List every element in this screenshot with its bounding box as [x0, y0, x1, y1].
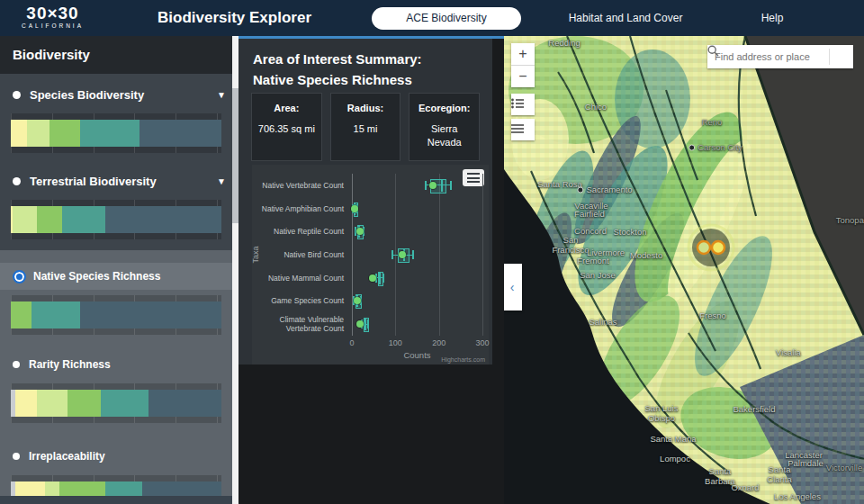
mean-dot	[399, 251, 406, 258]
next-section-edge	[0, 496, 232, 504]
zoom-in-button[interactable]: +	[511, 43, 535, 66]
logo-california: CALIFORNIA	[22, 23, 84, 30]
category-label: Native Amphibian Count	[252, 203, 344, 212]
median-line	[364, 318, 366, 330]
legend-segment-green	[37, 206, 61, 233]
chevron-left-icon: ‹	[510, 280, 515, 294]
sidebar-item-label: Terrestrial Biodiversity	[30, 175, 157, 188]
species-biodiversity-legend	[11, 113, 221, 153]
sidebar-item-species-biodiversity[interactable]: Species Biodiversity ▼	[0, 81, 238, 108]
x-tick-label: 0	[338, 338, 365, 347]
map-raster	[504, 36, 864, 504]
legend-bar	[11, 120, 221, 147]
legend-segment-lightgreen	[13, 206, 37, 233]
mean-dot	[369, 274, 376, 282]
legend-segment-slate	[140, 120, 221, 147]
legend-segment-slate	[148, 390, 220, 417]
sidebar-item-terrestrial-biodiversity[interactable]: Terrestrial Biodiversity ▼	[0, 167, 238, 194]
tab-help[interactable]: Help	[745, 0, 799, 36]
sidebar-item-rarity-richness[interactable]: Rarity Richness	[0, 351, 238, 378]
search-input[interactable]	[707, 51, 829, 62]
category-label: Climate Vulnerable Vertebrate Count	[252, 315, 344, 333]
minus-icon: −	[518, 68, 526, 84]
category-label: Native Mammal Count	[252, 274, 344, 283]
category-label: Native Bird Count	[252, 250, 344, 259]
radius-value: 15 mi	[335, 122, 397, 136]
legend-segment-green	[68, 390, 101, 417]
panel-collapse-handle[interactable]: ‹	[504, 264, 522, 310]
x-tick-label: 100	[382, 338, 409, 347]
native-species-richness-legend	[11, 295, 221, 335]
legend-segment-yellow	[15, 390, 36, 417]
legend-segment-teal	[32, 302, 80, 328]
chevron-down-icon[interactable]: ▼	[217, 90, 226, 100]
legend-bar	[11, 206, 221, 233]
layers-menu-icon	[511, 123, 524, 134]
chart-context-menu-button[interactable]	[463, 169, 484, 186]
radio-selected-icon[interactable]	[13, 270, 26, 284]
x-axis-line	[352, 174, 353, 336]
map-canvas[interactable]: ReddingChicoSanta RosaSacramentoVacavill…	[504, 36, 864, 504]
rarity-richness-legend	[11, 383, 221, 423]
chevron-down-icon[interactable]: ▼	[217, 176, 226, 186]
ecoregion-label: Ecoregion:	[413, 103, 475, 113]
tab-habitat-land-cover[interactable]: Habitat and Land Cover	[540, 0, 711, 36]
radius-card: Radius: 15 mi	[330, 93, 401, 161]
sidebar-item-label: Irreplaceability	[29, 450, 105, 463]
legend-segment-teal	[101, 390, 149, 417]
layers-button[interactable]	[511, 119, 535, 140]
radio-unselected-icon[interactable]	[13, 453, 20, 460]
median-line	[379, 272, 381, 284]
logo-30x30: 30×30	[22, 4, 84, 22]
legend-button[interactable]	[511, 94, 535, 115]
species-counts-boxplot-chart: Taxa Highcharts.com 0100200300CountsNati…	[252, 165, 489, 364]
search-button[interactable]	[830, 45, 853, 68]
category-label: Game Species Count	[252, 296, 344, 305]
radio-unselected-icon[interactable]	[13, 177, 21, 185]
aoi-heading-line1: Area of Interest Summary:	[253, 50, 422, 70]
aoi-heading-line2: Native Species Richness	[253, 70, 422, 91]
sidebar-item-label: Species Biodiversity	[30, 88, 144, 102]
x-tick-label: 300	[469, 338, 496, 347]
aoi-summary-panel: Area of Interest Summary: Native Species…	[238, 36, 504, 504]
hamburger-icon	[467, 173, 480, 183]
whisker-cap-high	[450, 181, 452, 190]
category-label: Native Vertebrate Count	[252, 181, 344, 190]
legend-segment-slate	[80, 302, 221, 328]
top-navbar: 30×30 CALIFORNIA Biodiversity Explorer A…	[0, 0, 864, 36]
plus-icon: +	[518, 46, 526, 61]
zoom-out-button[interactable]: −	[511, 66, 535, 87]
category-label: Native Reptile Count	[252, 227, 344, 236]
app-title: Biodiversity Explorer	[158, 0, 311, 36]
whisker-cap-low	[392, 250, 393, 259]
whisker-cap-high	[412, 250, 414, 259]
sidebar-item-irreplaceability[interactable]: Irreplaceability	[0, 443, 238, 470]
scrollbar-thumb[interactable]	[232, 88, 238, 223]
legend-segment-teal	[62, 206, 105, 233]
ecoregion-value: Sierra Nevada	[418, 122, 472, 149]
legend-segment-teal	[80, 120, 140, 147]
tab-ace-biodiversity[interactable]: ACE Biodiversity	[372, 7, 521, 30]
area-card: Area: 706.35 sq mi	[251, 93, 322, 161]
aoi-summary-content: Area of Interest Summary: Native Species…	[238, 39, 492, 364]
aoi-heading: Area of Interest Summary: Native Species…	[253, 50, 422, 90]
app-logo: 30×30 CALIFORNIA	[22, 4, 84, 30]
terrestrial-sublayers-group: Native Species Richness Rarity Richness …	[0, 250, 238, 504]
median-line	[441, 179, 443, 192]
legend-bar	[11, 390, 221, 417]
legend-segment-green	[50, 120, 81, 147]
radio-unselected-icon[interactable]	[13, 361, 20, 368]
aoi-marker	[688, 225, 734, 270]
sidebar-scrollbar[interactable]	[232, 36, 238, 504]
radio-unselected-icon[interactable]	[13, 91, 21, 99]
legend-segment-slate	[105, 206, 221, 233]
x-axis-title: Counts	[391, 350, 445, 360]
sidebar-item-label: Native Species Richness	[33, 270, 160, 283]
aoi-stat-cards: Area: 706.35 sq mi Radius: 15 mi Ecoregi…	[251, 93, 480, 161]
gridline-300	[482, 174, 483, 336]
whisker-cap-low	[425, 181, 427, 190]
radius-label: Radius:	[335, 103, 397, 113]
search-icon	[707, 45, 719, 57]
sidebar-item-native-species-richness[interactable]: Native Species Richness	[0, 263, 238, 290]
x-tick-label: 200	[426, 338, 453, 347]
